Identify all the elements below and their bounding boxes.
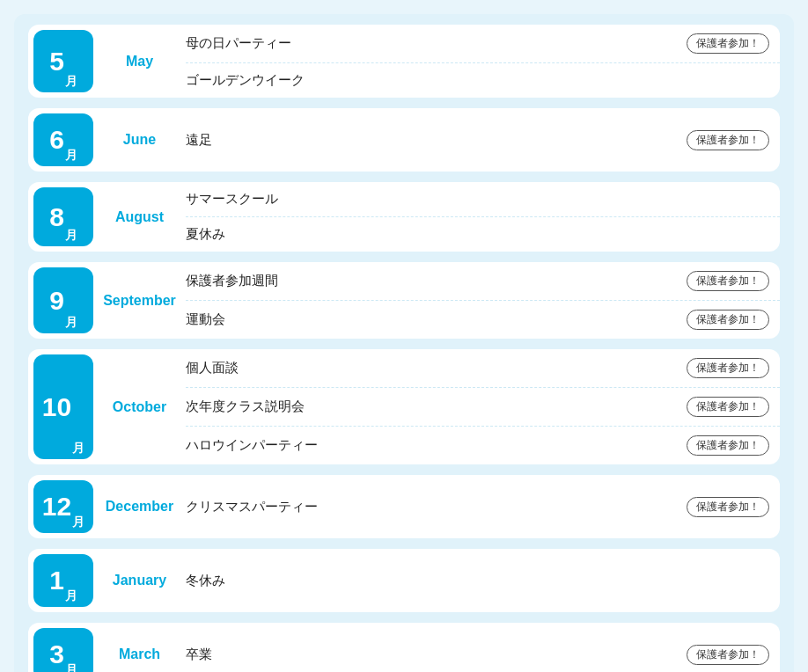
month-kanji: 月 xyxy=(72,515,84,530)
month-kanji: 月 xyxy=(65,315,77,331)
month-number: 8 xyxy=(49,204,64,230)
month-header: 5月May母の日パーティー保護者参加！ゴールデンウイーク xyxy=(28,25,780,98)
month-number: 10 xyxy=(42,394,71,420)
events-column: 個人面談保護者参加！次年度クラス説明会保護者参加！ハロウインパーティー保護者参加… xyxy=(186,349,780,464)
events-column: 母の日パーティー保護者参加！ゴールデンウイーク xyxy=(186,25,780,98)
events-column: 遠足保護者参加！ xyxy=(186,108,780,172)
month-badge: 9月 xyxy=(33,267,93,333)
event-name: 個人面談 xyxy=(186,360,687,376)
month-kanji: 月 xyxy=(65,74,77,90)
month-badge: 3月 xyxy=(33,628,93,672)
event-name: 保護者参加週間 xyxy=(186,273,687,289)
event-name: クリスマスパーティー xyxy=(186,499,687,515)
event-name: 遠足 xyxy=(186,132,687,149)
parent-badge: 保護者参加！ xyxy=(687,33,769,54)
month-kanji: 月 xyxy=(72,441,84,457)
month-kanji: 月 xyxy=(65,588,77,604)
events-column: サマースクール夏休み xyxy=(186,182,780,252)
month-english: October xyxy=(93,349,186,464)
month-header: 10月October個人面談保護者参加！次年度クラス説明会保護者参加！ハロウイン… xyxy=(28,349,780,464)
month-kanji: 月 xyxy=(65,662,77,672)
parent-badge: 保護者参加！ xyxy=(687,130,769,150)
month-number: 3 xyxy=(49,641,64,668)
event-row: 個人面談保護者参加！ xyxy=(186,349,780,388)
event-row: 母の日パーティー保護者参加！ xyxy=(186,25,780,63)
month-header: 8月Augustサマースクール夏休み xyxy=(28,182,780,252)
event-name: 卒業 xyxy=(186,646,687,663)
event-row: クリスマスパーティー保護者参加！ xyxy=(186,488,780,526)
event-name: 冬休み xyxy=(186,573,769,589)
month-number: 6 xyxy=(49,127,64,153)
month-block: 1月January冬休み xyxy=(28,549,780,612)
month-header: 9月September保護者参加週間保護者参加！運動会保護者参加！ xyxy=(28,262,780,339)
parent-badge: 保護者参加！ xyxy=(687,358,769,378)
month-number: 9 xyxy=(49,288,64,314)
month-english: January xyxy=(93,549,186,612)
month-block: 3月March卒業保護者参加！ xyxy=(28,623,780,672)
month-english: March xyxy=(93,623,186,672)
event-row: 遠足保護者参加！ xyxy=(186,121,780,159)
events-column: 保護者参加週間保護者参加！運動会保護者参加！ xyxy=(186,262,780,339)
event-row: 冬休み xyxy=(186,564,780,598)
event-row: 保護者参加週間保護者参加！ xyxy=(186,262,780,301)
event-name: 母の日パーティー xyxy=(186,35,687,52)
event-row: ハロウインパーティー保護者参加！ xyxy=(186,427,780,464)
month-number: 1 xyxy=(49,567,64,594)
month-number: 5 xyxy=(49,48,64,75)
event-name: 次年度クラス説明会 xyxy=(186,398,687,415)
month-header: 1月January冬休み xyxy=(28,549,780,612)
parent-badge: 保護者参加！ xyxy=(687,435,769,456)
event-row: 夏休み xyxy=(186,217,780,252)
event-row: 運動会保護者参加！ xyxy=(186,301,780,339)
event-name: 運動会 xyxy=(186,311,687,328)
month-block: 10月October個人面談保護者参加！次年度クラス説明会保護者参加！ハロウイン… xyxy=(28,349,780,464)
events-column: 冬休み xyxy=(186,549,780,612)
month-badge: 5月 xyxy=(33,30,93,92)
event-name: ゴールデンウイーク xyxy=(186,72,769,89)
event-row: サマースクール xyxy=(186,182,780,217)
schedule-container: 5月May母の日パーティー保護者参加！ゴールデンウイーク6月June遠足保護者参… xyxy=(14,14,794,672)
parent-badge: 保護者参加！ xyxy=(687,271,769,291)
event-row: 次年度クラス説明会保護者参加！ xyxy=(186,388,780,427)
month-badge: 8月 xyxy=(33,187,93,246)
month-english: August xyxy=(93,182,186,252)
month-badge: 1月 xyxy=(33,554,93,607)
parent-badge: 保護者参加！ xyxy=(687,397,769,417)
month-block: 8月Augustサマースクール夏休み xyxy=(28,182,780,252)
month-english: September xyxy=(93,262,186,339)
event-name: ハロウインパーティー xyxy=(186,437,687,454)
parent-badge: 保護者参加！ xyxy=(687,310,769,330)
events-column: 卒業保護者参加！ xyxy=(186,623,780,672)
month-block: 5月May母の日パーティー保護者参加！ゴールデンウイーク xyxy=(28,25,780,98)
month-header: 3月March卒業保護者参加！ xyxy=(28,623,780,672)
event-row: 卒業保護者参加！ xyxy=(186,636,780,673)
month-english: June xyxy=(93,108,186,172)
month-header: 6月June遠足保護者参加！ xyxy=(28,108,780,172)
month-english: December xyxy=(93,475,186,538)
month-badge: 12月 xyxy=(33,480,93,533)
month-number: 12 xyxy=(42,493,71,520)
month-badge: 10月 xyxy=(33,354,93,459)
month-english: May xyxy=(93,25,186,98)
event-name: 夏休み xyxy=(186,226,769,243)
month-header: 12月Decemberクリスマスパーティー保護者参加！ xyxy=(28,475,780,538)
event-name: サマースクール xyxy=(186,191,769,208)
events-column: クリスマスパーティー保護者参加！ xyxy=(186,475,780,538)
parent-badge: 保護者参加！ xyxy=(687,497,769,517)
month-block: 9月September保護者参加週間保護者参加！運動会保護者参加！ xyxy=(28,262,780,339)
month-kanji: 月 xyxy=(65,228,77,244)
event-row: ゴールデンウイーク xyxy=(186,63,780,98)
month-badge: 6月 xyxy=(33,113,93,166)
parent-badge: 保護者参加！ xyxy=(687,645,769,665)
month-block: 6月June遠足保護者参加！ xyxy=(28,108,780,172)
month-block: 12月Decemberクリスマスパーティー保護者参加！ xyxy=(28,475,780,538)
month-kanji: 月 xyxy=(65,148,77,164)
